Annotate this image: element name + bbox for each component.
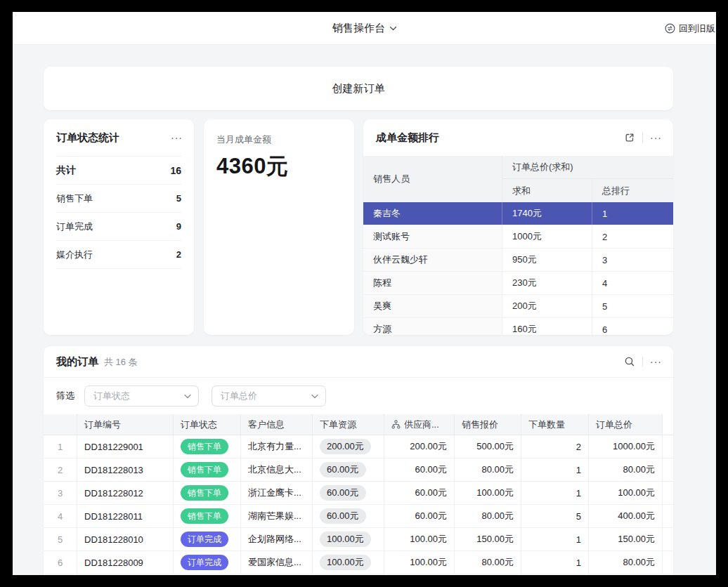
chevron-down-icon: [184, 394, 191, 399]
resource-badge: 100.00元: [320, 532, 371, 547]
orders-count: 共 16 条: [104, 356, 138, 369]
col-header-index: [44, 414, 77, 435]
sales-quote: 150.00元: [455, 528, 521, 551]
supplier-price: 100.00元: [384, 551, 455, 574]
order-total: 150.00元: [589, 528, 663, 551]
person-rank: 5: [592, 295, 673, 317]
orders-card-title: 我的订单: [56, 355, 98, 369]
order-no: DD181228010: [77, 528, 174, 551]
supplier-price: 100.00元: [384, 528, 455, 551]
order-total: 400.00元: [589, 505, 663, 528]
col-header-total: 订单总价: [589, 414, 663, 435]
divider: [642, 133, 643, 143]
order-quantity: 1: [521, 459, 589, 482]
person-rank: 2: [592, 225, 673, 248]
order-no: DD181228013: [77, 459, 174, 482]
relation-lookup-icon: [391, 420, 401, 429]
row-index: 5: [44, 528, 77, 551]
ranking-row: 秦吉冬 1740元 1: [363, 202, 673, 225]
status-badge: 销售下单: [181, 508, 228, 524]
ranking-row: 吴爽 200元 5: [363, 295, 673, 318]
col-header-customer: 客户信息: [241, 414, 313, 435]
status-row: 订单完成 9: [56, 213, 181, 241]
person-sum: 230元: [502, 272, 592, 294]
customer-info: 北京信息大...: [241, 459, 313, 482]
resource-badge: 60.00元: [320, 485, 366, 501]
col-header-sum: 求和: [502, 179, 592, 202]
order-quantity: 5: [521, 505, 589, 528]
row-index: 2: [44, 459, 77, 482]
order-no: DD181229001: [77, 435, 174, 459]
order-quantity: 2: [521, 435, 589, 459]
order-total: 80.00元: [589, 459, 663, 482]
status-label: 媒介执行: [56, 249, 93, 261]
open-in-new-icon[interactable]: [624, 132, 635, 143]
table-row[interactable]: 2 DD181228013 销售下单 北京信息大... 60.00元 60.00…: [44, 459, 673, 482]
monthly-amount-label: 当月成单金额: [216, 133, 342, 146]
supplier-price: 60.00元: [384, 505, 455, 528]
filter-bar: 筛选 订单状态 订单总价: [44, 378, 673, 414]
status-list: 共计 16 销售下单 5 订单完成 9 媒介执行 2: [56, 156, 181, 269]
table-row[interactable]: 5 DD181228010 订单完成 企划路网络... 100.00元 100.…: [44, 528, 673, 551]
ranking-row: 伙伴云魏少轩 950元 3: [363, 249, 673, 272]
col-header-quote: 销售报价: [455, 414, 521, 435]
customer-info: 北京有力量...: [241, 435, 313, 459]
order-total: 100.00元: [589, 482, 663, 505]
ranking-card: 成单金额排行 ··· 销售人员 订单总价(求和) 求和 总排行 秦吉冬 1740…: [363, 119, 673, 335]
order-no: DD181228012: [77, 482, 174, 505]
ranking-row: 陈程 230元 4: [363, 272, 673, 295]
person-rank: 1: [592, 202, 673, 225]
back-to-old-version-button[interactable]: 回到旧版: [665, 12, 715, 45]
status-badge: 订单完成: [181, 555, 228, 570]
top-bar: 销售操作台 回到旧版: [13, 12, 716, 45]
switch-version-icon: [665, 23, 675, 34]
table-row[interactable]: 1 DD181229001 销售下单 北京有力量... 200.00元 200.…: [44, 435, 673, 459]
person-name: 伙伴云魏少轩: [363, 249, 502, 271]
ranking-card-title: 成单金额排行: [376, 131, 439, 145]
row-index: 3: [44, 482, 77, 505]
resource-badge: 100.00元: [320, 555, 371, 570]
status-value: 5: [176, 193, 181, 204]
sales-quote: 100.00元: [455, 482, 521, 505]
more-menu-icon[interactable]: ···: [171, 133, 183, 143]
status-label: 共计: [56, 164, 76, 177]
table-row[interactable]: 3 DD181228012 销售下单 浙江金鹰卡... 60.00元 60.00…: [44, 482, 673, 505]
order-status-filter-placeholder: 订单状态: [93, 390, 130, 402]
create-order-button[interactable]: 创建新订单: [44, 67, 673, 110]
order-status-stats-card: 订单状态统计 ··· 共计 16 销售下单 5 订单完成 9 媒介执行 2: [44, 119, 194, 335]
ranking-table-header: 销售人员 订单总价(求和) 求和 总排行: [363, 156, 673, 202]
order-status-filter-select[interactable]: 订单状态: [84, 385, 199, 407]
table-row[interactable]: 6 DD181228009 订单完成 爱国家信息... 100.00元 100.…: [44, 551, 673, 574]
person-sum: 950元: [502, 249, 592, 271]
orders-table-header: 订单编号 订单状态 客户信息 下单资源 供应商... 销售报价 下单数量 订单总…: [44, 414, 673, 435]
order-total-filter-select[interactable]: 订单总价: [212, 385, 326, 407]
workspace-switcher[interactable]: 销售操作台: [332, 12, 396, 45]
supplier-price: 60.00元: [384, 459, 455, 482]
ranking-row: 测试账号 1000元 2: [363, 225, 673, 249]
person-rank: 4: [592, 272, 673, 294]
person-sum: 200元: [502, 295, 592, 317]
order-no: DD181228009: [77, 551, 174, 574]
status-badge: 订单完成: [181, 532, 228, 547]
person-sum: 1740元: [502, 202, 592, 225]
status-value: 16: [170, 165, 181, 176]
filter-label: 筛选: [56, 390, 74, 402]
col-header-quantity: 下单数量: [521, 414, 589, 435]
table-row[interactable]: 4 DD181228011 销售下单 湖南芒果娱... 60.00元 60.00…: [44, 505, 673, 528]
col-header-supplier: 供应商...: [384, 414, 455, 435]
search-icon[interactable]: [624, 356, 635, 367]
ranking-row: 方源 160元 6: [363, 318, 673, 335]
person-sum: 160元: [502, 318, 592, 335]
col-header-rank: 总排行: [592, 179, 673, 202]
sales-quote: 80.00元: [455, 505, 521, 528]
status-label: 订单完成: [56, 220, 93, 233]
col-header-person: 销售人员: [363, 156, 502, 202]
more-menu-icon[interactable]: ···: [650, 357, 662, 367]
back-to-old-version-label: 回到旧版: [679, 22, 715, 35]
row-index: 1: [44, 435, 77, 459]
status-card-title: 订单状态统计: [56, 131, 119, 145]
more-menu-icon[interactable]: ···: [650, 133, 662, 143]
person-name: 陈程: [363, 272, 502, 294]
person-sum: 1000元: [502, 225, 592, 248]
monthly-amount-value: 4360元: [216, 152, 342, 181]
